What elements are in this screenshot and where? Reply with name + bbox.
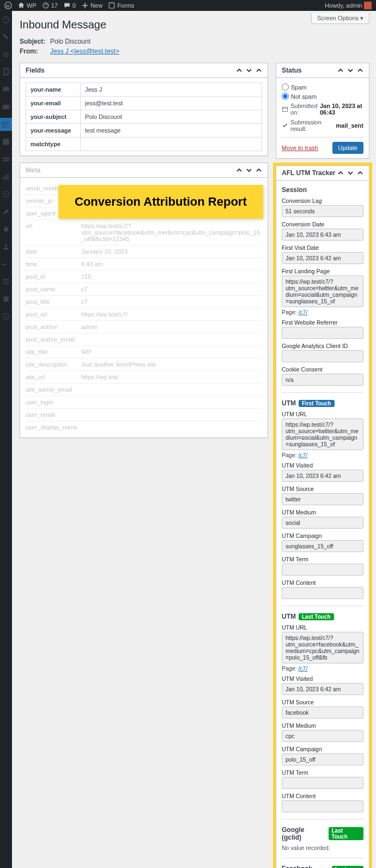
field-value: https://wp.test/c7/?utm_source=twitter&u… <box>282 276 363 307</box>
howdy-link[interactable]: Howdy, admin <box>325 2 372 9</box>
menu-plugins[interactable] <box>0 223 12 236</box>
svg-point-16 <box>5 244 8 247</box>
svg-rect-7 <box>3 105 10 109</box>
site-link[interactable]: WP <box>17 2 37 9</box>
wp-logo[interactable] <box>4 2 12 9</box>
menu-item[interactable] <box>0 153 12 166</box>
table-row: matchtype <box>26 137 262 151</box>
menu-collapse[interactable] <box>0 310 12 323</box>
chevron-down-icon[interactable] <box>347 67 354 74</box>
forms-link[interactable]: Forms <box>108 2 134 9</box>
field-label: UTM Source <box>282 699 363 705</box>
field-label: Conversion Date <box>282 221 363 228</box>
svg-rect-14 <box>7 173 8 179</box>
chevron-up-icon[interactable] <box>236 167 242 173</box>
comments-link[interactable]: 0 <box>63 2 76 9</box>
menu-pages[interactable] <box>0 65 12 79</box>
chevron-down-icon[interactable] <box>246 167 252 173</box>
field-value: sunglasses_15_off <box>282 540 363 552</box>
fields-title: Fields <box>26 67 45 74</box>
field-value: https://wp.test/c7/?utm_source=facebook&… <box>282 632 363 663</box>
menu-comments[interactable] <box>0 83 12 96</box>
field-label: UTM Campaign <box>282 746 363 752</box>
meta-row: user_email <box>26 409 262 421</box>
fields-box: Fields your-nameJess Jyour-emailjess@tes… <box>20 63 268 156</box>
meta-row: dateJanuary 10, 2023 <box>26 246 262 258</box>
toggle-icon[interactable] <box>256 67 262 74</box>
page-link[interactable]: /c7/ <box>298 309 307 315</box>
meta-row: site_descriptionJust another WordPress s… <box>26 358 262 371</box>
utm-tracker-box: AFL UTM Tracker Session Conversion Lag 5… <box>276 165 369 868</box>
new-link[interactable]: New <box>81 2 102 9</box>
table-row: your-nameJess J <box>26 83 262 97</box>
svg-point-4 <box>5 53 7 55</box>
subject-row: Subject: Polo Discount <box>20 37 369 46</box>
field-label: UTM URL <box>282 624 363 631</box>
field-label: First Website Referrer <box>282 319 363 326</box>
svg-rect-13 <box>5 175 6 180</box>
field-value <box>282 587 363 599</box>
menu-dashboard[interactable] <box>0 13 12 26</box>
page-link-row: Page: /c7/ <box>282 452 363 458</box>
from-link[interactable]: Jess J <jess@test.test> <box>50 47 119 55</box>
field-label: Google Analytics Client ID <box>282 343 363 349</box>
toggle-icon[interactable] <box>357 67 363 74</box>
menu-flamingo[interactable] <box>0 118 12 131</box>
page-link[interactable]: /c7/ <box>298 665 307 672</box>
screen-options-toggle[interactable]: Screen Options ▾ <box>311 13 369 24</box>
field-value: n/a <box>282 374 363 386</box>
facebook-heading: Facebook (fbclid)Last Touch <box>282 865 363 868</box>
meta-box: Meta serial_number2remote_ipuser_agentur… <box>20 163 268 438</box>
trash-link[interactable]: Move to trash <box>282 145 318 151</box>
toggle-icon[interactable] <box>256 167 262 173</box>
status-title: Status <box>282 67 302 74</box>
chevron-down-icon[interactable] <box>347 170 354 176</box>
notspam-radio[interactable]: Not spam <box>282 92 363 101</box>
chevron-up-icon[interactable] <box>337 170 344 176</box>
utm-first-heading: UTMFirst Touch <box>282 399 363 407</box>
avatar-icon <box>364 2 372 9</box>
field-label: UTM Source <box>282 486 363 492</box>
admin-bar: WP 17 0 New Forms Howdy, admin <box>0 0 376 11</box>
meta-row: post_author_email <box>26 333 262 346</box>
field-label: UTM Content <box>282 579 363 586</box>
updates-link[interactable]: 17 <box>42 2 58 9</box>
from-row: From: Jess J <jess@test.test> <box>20 46 369 56</box>
menu-posts[interactable] <box>0 31 12 44</box>
menu-tools[interactable] <box>0 258 12 271</box>
no-value-note: No value recorded. <box>282 845 363 851</box>
menu-analytics[interactable] <box>0 170 12 183</box>
page-link-row: Page: /c7/ <box>282 309 363 315</box>
update-button[interactable]: Update <box>332 142 363 154</box>
last-touch-badge: Last Touch <box>332 866 363 868</box>
svg-point-21 <box>7 280 8 282</box>
field-value: cpc <box>282 730 363 742</box>
field-value <box>282 564 363 576</box>
field-value: Jan 10, 2023 6:42 am <box>282 470 363 482</box>
menu-media[interactable] <box>0 48 12 61</box>
field-label: First Visit Date <box>282 244 363 251</box>
google-heading: Google (gclid)Last Touch <box>282 826 363 841</box>
menu-item[interactable] <box>0 292 12 306</box>
calendar-icon <box>282 106 288 112</box>
meta-row: time6:43 am <box>26 258 262 271</box>
chevron-down-icon[interactable] <box>246 67 252 74</box>
chevron-up-icon[interactable] <box>337 67 344 74</box>
menu-users[interactable] <box>0 240 12 253</box>
menu-item[interactable] <box>0 188 12 201</box>
svg-point-0 <box>5 2 12 9</box>
chevron-up-icon[interactable] <box>236 67 242 74</box>
svg-rect-11 <box>3 160 10 161</box>
page-link[interactable]: /c7/ <box>298 452 307 458</box>
menu-item[interactable] <box>0 135 12 148</box>
menu-contact[interactable] <box>0 100 12 113</box>
meta-row: user_login <box>26 396 262 409</box>
meta-row: post_urlhttps://wp.test/c7/ <box>26 308 262 321</box>
toggle-icon[interactable] <box>357 170 363 176</box>
field-label: Cookie Consent <box>282 366 363 373</box>
status-box: Status Spam Not spam Submitted on: Jan 1… <box>276 63 369 159</box>
menu-appearance[interactable] <box>0 205 12 218</box>
menu-settings[interactable] <box>0 275 12 288</box>
field-value: https://wp.test/c7/?utm_source=twitter&u… <box>282 418 363 450</box>
spam-radio[interactable]: Spam <box>282 82 363 92</box>
